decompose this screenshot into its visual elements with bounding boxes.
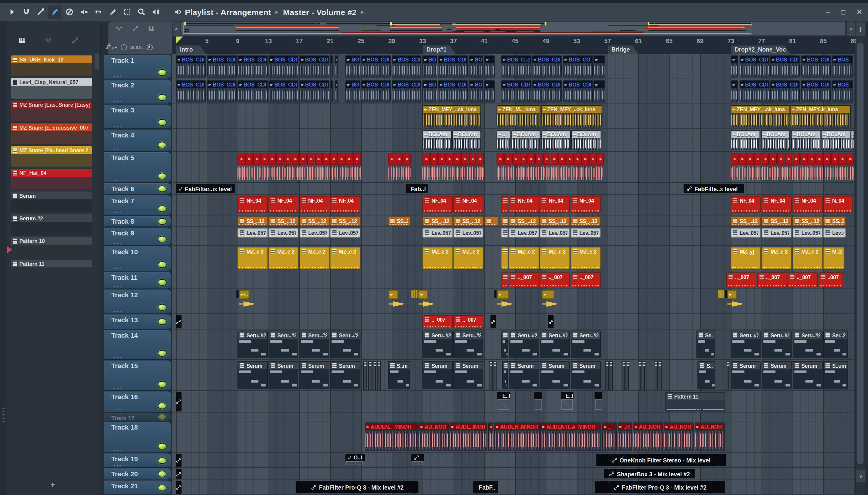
audio-clip[interactable]: ▸▸BOS_CDH_..- Part_1 <box>238 80 267 102</box>
audio-clip[interactable]: ▸▸ <box>731 55 738 78</box>
pattern-clip[interactable]: Lev..057 <box>299 228 329 238</box>
playlist-add-track-button[interactable]: + <box>105 41 113 50</box>
pattern-clip[interactable]: SS_..12 <box>509 217 539 226</box>
pattern-clip[interactable]: Lev..057 <box>238 228 267 238</box>
audio-hit-clip[interactable]: ▸▸ <box>245 153 253 165</box>
audio-clip[interactable]: ▸▸.. <box>497 130 510 150</box>
pattern-clip[interactable]: NF..04 <box>571 196 601 212</box>
automation-event-label[interactable]: E..l <box>497 392 510 399</box>
audio-hit-clip[interactable]: ▸▸ <box>454 153 461 165</box>
track-options-dots[interactable]: ... <box>114 353 122 359</box>
pattern-clip[interactable]: Seru..#2 <box>571 331 601 358</box>
pattern-clip[interactable]: NF..04 <box>238 196 267 212</box>
track-name[interactable]: Track 6 <box>111 185 134 193</box>
audio-clip[interactable]: ▸▸AU..NOR <box>664 422 694 451</box>
pattern-clip[interactable]: .. <box>501 217 508 226</box>
audio-hit-group[interactable]: ▸▸▸▸▸▸▸▸▸▸▸▸▸▸▸▸▸▸▸▸▸▸▸▸▸▸▸▸▸▸▸▸ <box>731 153 854 181</box>
pattern-clip[interactable]: S..um <box>823 361 848 390</box>
pattern-clip[interactable]: Seru..#2 <box>330 331 360 358</box>
audio-hit-clip[interactable]: ▸▸ <box>261 153 268 165</box>
pattern-clip[interactable]: NF..04 <box>330 196 360 212</box>
audio-clip[interactable]: ▸▸ZEN_MFY_..ck_luna <box>422 105 481 127</box>
pattern-clip[interactable]: Serum <box>762 361 792 390</box>
pattern-clip[interactable]: NF..04 <box>540 196 570 212</box>
track-name[interactable]: Track 3 <box>111 106 134 114</box>
collapse-arrow-icon[interactable] <box>5 5 18 18</box>
audio-clip[interactable]: ▸▸BOS_CDH_1..: 124.0 <box>832 55 853 78</box>
automation-clip-small[interactable] <box>176 392 181 411</box>
audio-clip[interactable]: ▸▸ <box>484 55 495 78</box>
audio-clip[interactable]: ▸▸BO..Am <box>422 130 451 150</box>
paint-tool-icon[interactable] <box>48 5 62 18</box>
vertical-scrollbar[interactable] <box>856 36 865 495</box>
audio-hit-clip[interactable]: ▸▸ <box>839 153 846 165</box>
audio-clip[interactable]: ▸▸BOS_CDH..ique_Am <box>238 55 267 78</box>
audio-clip[interactable]: ▸▸ <box>594 55 605 78</box>
pattern-clip[interactable]: Serum <box>299 361 329 390</box>
playlist-track-row-21[interactable]: FabFilter Pro-Q 3 - Mix level #2FabF..Fa… <box>172 480 855 495</box>
pattern-clip[interactable]: S..m <box>388 361 410 390</box>
audio-hit-clip[interactable]: ▸▸ <box>446 153 453 165</box>
pattern-item-header[interactable]: MZ Snare [Eas..Snare [Easy] <box>11 101 92 108</box>
pattern-clip[interactable]: NF..04 <box>762 196 792 212</box>
pattern-sliver-clip[interactable] <box>625 361 629 390</box>
audio-clip[interactable]: ▸▸BOS_CDH_..Part_1 <box>832 80 853 102</box>
audio-hit-clip[interactable]: ▸▸ <box>574 153 581 165</box>
zoom-tool-icon[interactable] <box>135 5 148 18</box>
pattern-clip[interactable]: MZ..y] <box>731 247 761 269</box>
stretch-tool-icon[interactable] <box>91 5 105 18</box>
audio-clip[interactable]: ▸▸BOS_CDH_1..: 124.0 <box>361 55 391 78</box>
oneshot-clip-box[interactable]: ▸▸ <box>542 290 555 299</box>
automation-event-label[interactable] <box>594 392 602 399</box>
audio-hit-clip[interactable]: ▸▸ <box>238 153 245 165</box>
pattern-clip[interactable]: MZ..e 2 <box>509 247 539 269</box>
pattern-clip[interactable]: NF..04 <box>731 196 761 212</box>
audio-clip[interactable]: ▸▸BOS_CDH_..- Part_1 <box>770 80 800 102</box>
pattern-item-header[interactable]: NF_Hat_04 <box>11 169 92 177</box>
track-name[interactable]: Track 10 <box>111 248 138 256</box>
audio-hit-clip[interactable]: ▸▸ <box>315 153 322 165</box>
pattern-clip[interactable]: Serum <box>238 361 267 390</box>
close-button[interactable]: ✕ <box>856 8 863 16</box>
track-header-8[interactable]: Track 8 <box>104 216 171 226</box>
pattern-list-item[interactable]: Pattern 10 <box>11 237 92 257</box>
playlist-track-row-9[interactable]: Lev..057Lev..057Lev..057Lev..057Lev..057… <box>172 227 855 246</box>
pattern-sliver-clip[interactable] <box>605 361 609 390</box>
track-name[interactable]: Track 9 <box>111 229 134 237</box>
slice-tool-icon[interactable] <box>106 5 119 18</box>
audio-clip[interactable]: ▸▸BOS_CDH_..- Part_1 <box>532 80 562 102</box>
pattern-item-header[interactable]: Serum <box>11 192 92 200</box>
pattern-item-header[interactable]: MZ Snare [E..ercussive_007 <box>11 124 92 132</box>
track-mute-led[interactable] <box>158 69 167 76</box>
track-header-17[interactable]: Track 17 <box>104 413 171 421</box>
audio-clip[interactable]: ▸▸BOS_CDH_..- Part_1 <box>563 80 593 102</box>
audio-hit-clip[interactable]: ▸▸ <box>253 153 261 165</box>
pattern-list-item[interactable]: Serum #2 <box>11 214 92 235</box>
audio-clip[interactable]: ▸▸AU..NOR <box>633 422 663 451</box>
audio-hit-clip[interactable]: ▸▸ <box>469 153 476 165</box>
playlist-track-row-15[interactable]: SerumSerumSerumSerumS..mSerumSerum..Seru… <box>172 360 855 391</box>
pattern-item-header[interactable]: Serum #2 <box>11 214 92 222</box>
track-name[interactable]: Track 12 <box>111 291 138 299</box>
dock-grip-handle[interactable] <box>2 408 5 422</box>
track-header-4[interactable]: Track 4... <box>104 130 171 151</box>
audio-clip[interactable]: ▸▸BOS_CD.. <box>469 55 483 78</box>
pattern-clip[interactable]: Seru..#2 <box>454 331 483 358</box>
pattern-sliver-clip[interactable] <box>658 361 661 390</box>
audio-clip[interactable]: ▸▸BOS_CD..- Part_1 <box>422 80 437 102</box>
pattern-clip[interactable]: MZ..e 2 <box>330 247 360 269</box>
pattern-clip[interactable]: MZ..e 2 <box>238 247 267 269</box>
pattern-clip[interactable]: SS_..12 <box>762 217 792 226</box>
pattern-clip[interactable]: SS_..12 <box>540 217 570 226</box>
audio-hit-clip[interactable]: ▸▸ <box>476 153 484 165</box>
automation-clip-small[interactable] <box>176 469 181 479</box>
track-header-13[interactable]: Track 13... <box>104 314 171 329</box>
pattern-sliver-clip[interactable] <box>363 361 367 390</box>
scroll-down-button[interactable]: v <box>856 470 866 483</box>
playlist-track-row-2[interactable]: ▸▸BOS_CDH_..- Part_1▸▸BOS_CDH_..- Part_1… <box>172 79 855 104</box>
audio-clip[interactable]: ▸▸BOS_CDH_..- Part_1 <box>207 80 237 102</box>
pattern-clip[interactable]: Seru..#2 <box>238 331 267 358</box>
pattern-clip[interactable]: NF..04 <box>454 196 483 212</box>
automation-event-label[interactable] <box>534 392 542 399</box>
audio-clip[interactable]: ▸▸BOS_CDH_1..: 124.0 <box>739 55 769 78</box>
